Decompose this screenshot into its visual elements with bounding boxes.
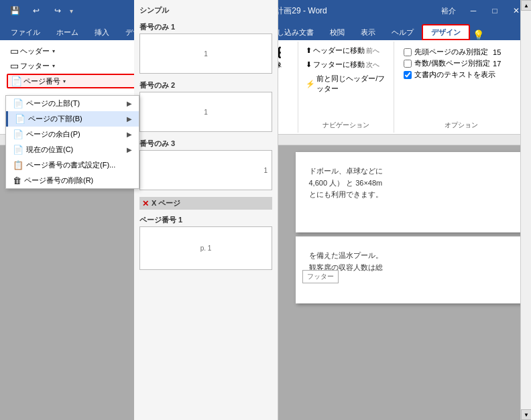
odd-even-label: 奇数/偶数ページ別指定 — [414, 58, 490, 68]
dropdown-format[interactable]: 📋 ページ番号の書式設定(F)... — [6, 157, 139, 173]
preview-section-3: 番号のみ 3 1 — [139, 145, 272, 192]
title-bar-left: 💾 ↩ ↪ ▾ — [5, 4, 73, 17]
tab-review[interactable]: 校閲 — [322, 24, 353, 40]
footer-label: フッター — [302, 270, 339, 283]
undo-icon[interactable]: ↩ — [27, 4, 46, 17]
option-odd-even: 奇数/偶数ページ別指定 17 — [404, 58, 501, 68]
link-prev-button[interactable]: ⚡ 前と同じヘッダー/フッター — [302, 72, 390, 95]
doc-text-2: を備えた温水プール。 観客席の収容人数は総 — [309, 250, 510, 273]
current-pos-icon: 📄 — [13, 145, 23, 155]
goto-footer-button[interactable]: ⬇ フッターに移動 次へ — [302, 58, 390, 71]
tab-help[interactable]: ヘルプ — [384, 24, 422, 40]
window-controls: 裕介 ─ □ ✕ — [441, 4, 526, 17]
right-scrollbar[interactable]: ▲ ▼ — [520, 145, 531, 420]
first-page-checkbox[interactable] — [404, 48, 412, 56]
scroll-down-button[interactable]: ▼ — [521, 409, 531, 420]
footer-dropdown-arrow: ▾ — [52, 63, 55, 69]
format-icon: 📋 — [13, 160, 23, 170]
link-prev-icon: ⚡ — [306, 80, 315, 88]
tab-home[interactable]: ホーム — [48, 24, 86, 40]
page-number-icon: 📄 — [11, 76, 22, 86]
x-page-title: X ページ — [152, 198, 180, 208]
first-page-label: 先頭ページのみ別指定 — [414, 47, 488, 57]
navigation-buttons: ⬆ ヘッダーに移動 前へ ⬇ フッターに移動 次へ ⚡ 前と同じヘッダー/フッタ… — [302, 44, 390, 95]
preview-title-3: 番号のみ 3 — [139, 145, 272, 149]
redo-icon[interactable]: ↪ — [48, 4, 67, 17]
preview-section-xpage: ページ番号 1 p. 1 — [139, 215, 272, 271]
ribbon-group-navigation: ⬆ ヘッダーに移動 前へ ⬇ フッターに移動 次へ ⚡ 前と同じヘッダー/フッタ… — [298, 42, 394, 133]
remove-icon: 🗑 — [13, 176, 21, 186]
x-page-icon[interactable]: ✕ — [142, 199, 149, 208]
option-first-page: 先頭ページのみ別指定 15 — [404, 47, 501, 57]
x-page-section: ✕ X ページ — [139, 197, 272, 210]
page-number-label: ページ番号 — [23, 76, 60, 86]
save-icon[interactable]: 💾 — [5, 4, 24, 17]
main-area: 📄 ページの上部(T) ▶ 📄 ページの下部(B) ▶ 📄 ページの余白(P) … — [0, 145, 531, 420]
options-group-label: オプション — [398, 119, 524, 130]
header-footer-buttons: ▭ ヘッダー ▾ ▭ フッター ▾ 📄 ページ番号 ▾ — [7, 44, 143, 88]
tab-view[interactable]: 表示 — [353, 24, 384, 40]
goto-footer-label: フッターに移動 — [313, 60, 365, 70]
current-pos-arrow: ▶ — [127, 146, 132, 153]
header-button[interactable]: ▭ ヘッダー ▾ — [7, 44, 143, 58]
option-number-2: 17 — [493, 60, 501, 68]
page-number-dropdown-arrow: ▾ — [63, 78, 66, 84]
page-number-dropdown: 📄 ページの上部(T) ▶ 📄 ページの下部(B) ▶ 📄 ページの余白(P) … — [5, 145, 139, 189]
link-prev-label: 前と同じヘッダー/フッター — [316, 74, 386, 94]
page-number-button[interactable]: 📄 ページ番号 ▾ — [7, 74, 143, 88]
ribbon-group-options: 先頭ページのみ別指定 15 奇数/偶数ページ別指定 17 文書内のテキストを表示… — [394, 42, 528, 133]
preview-card-3[interactable]: 1 — [139, 150, 272, 190]
doc-text-line4: を備えた温水プール。 — [309, 251, 383, 259]
doc-text-line3: とにも利用できます。 — [309, 190, 383, 198]
tab-file[interactable]: ファイル — [3, 24, 48, 40]
doc-text-1: ドボール、卓球などに 4,600 人） と 36×48m とにも利用できます。 — [309, 165, 510, 201]
footer-label: フッター — [20, 61, 50, 71]
format-label: ページ番号の書式設定(F)... — [26, 160, 132, 170]
header-dropdown-arrow: ▾ — [52, 48, 55, 54]
dropdown-current-pos[interactable]: 📄 現在の位置(C) ▶ — [6, 145, 139, 157]
odd-even-checkbox[interactable] — [404, 60, 412, 68]
navigation-group-label: ナビゲーション — [302, 119, 390, 130]
goto-header-button[interactable]: ⬆ ヘッダーに移動 前へ — [302, 44, 390, 57]
header-label: ヘッダー — [20, 46, 50, 56]
prev-label: 前へ — [366, 46, 379, 56]
doc-text-line1: ドボール、卓球などに — [309, 167, 383, 175]
show-text-label: 文書内のテキストを表示 — [414, 70, 495, 80]
minimize-button[interactable]: ─ — [464, 4, 483, 17]
doc-page-1: ドボール、卓球などに 4,600 人） と 36×48m とにも利用できます。 — [296, 152, 524, 232]
header-icon: ▭ — [10, 46, 19, 56]
footer-icon: ▭ — [10, 60, 19, 71]
goto-footer-icon: ⬇ — [306, 60, 312, 69]
footer-button[interactable]: ▭ フッター ▾ — [7, 59, 143, 72]
current-pos-label: 現在の位置(C) — [26, 145, 127, 155]
remove-label: ページ番号の削除(R) — [24, 176, 132, 186]
user-label: 裕介 — [441, 6, 456, 16]
preview-xpage-item-label: ページ番号 1 — [139, 215, 272, 225]
scroll-track — [521, 145, 531, 409]
maximize-button[interactable]: □ — [485, 4, 504, 17]
preview-xpage-card[interactable]: p. 1 — [139, 226, 272, 270]
preview-num-3: 1 — [263, 167, 268, 174]
tab-header-footer-design[interactable]: デザイン — [422, 24, 470, 40]
goto-header-icon: ⬆ — [306, 46, 312, 55]
option-number-1: 15 — [493, 48, 501, 56]
goto-header-label: ヘッダーに移動 — [313, 46, 365, 56]
next-label: 次へ — [366, 60, 379, 70]
preview-panel: シンプル 番号のみ 1 1 番号のみ 2 1 番号のみ 3 1 ✕ X ペ — [134, 145, 278, 420]
doc-text-line2: 4,600 人） と 36×48m — [309, 179, 383, 187]
doc-page-2: を備えた温水プール。 観客席の収容人数は総 フッター — [296, 236, 524, 303]
tab-insert[interactable]: 挿入 — [86, 24, 117, 40]
help-icon[interactable]: 💡 — [473, 29, 484, 40]
dropdown-remove[interactable]: 🗑 ページ番号の削除(R) — [6, 173, 139, 188]
options-checkboxes: 先頭ページのみ別指定 15 奇数/偶数ページ別指定 17 文書内のテキストを表示 — [398, 44, 506, 119]
preview-xpage-content: p. 1 — [200, 244, 212, 252]
show-text-checkbox[interactable] — [404, 71, 412, 79]
option-show-text: 文書内のテキストを表示 — [404, 70, 501, 80]
doc-area: ドボール、卓球などに 4,600 人） と 36×48m とにも利用できます。 … — [288, 145, 531, 420]
